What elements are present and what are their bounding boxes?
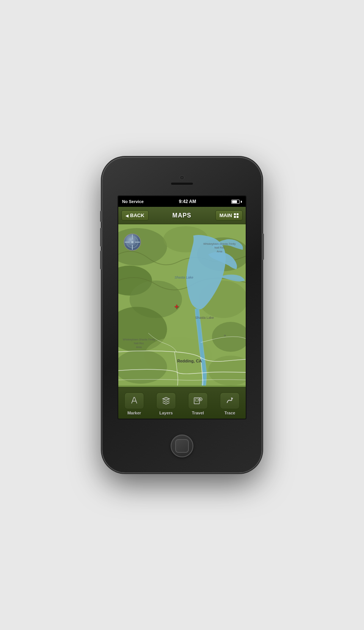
battery-body	[231, 200, 240, 204]
navigation-bar: BACK MAPS MAIN	[118, 207, 246, 224]
travel-icon	[193, 396, 203, 406]
phone-bottom-area	[171, 419, 193, 472]
grid-cell-2	[237, 213, 238, 215]
crosshair-icon[interactable]	[123, 233, 142, 253]
marker-label: Marker	[127, 411, 141, 415]
travel-icon-bg	[188, 392, 208, 409]
phone-device: No Service 9:42 AM BACK MAPS MAIN	[102, 158, 262, 472]
battery-indicator	[231, 200, 242, 204]
screen: No Service 9:42 AM BACK MAPS MAIN	[118, 195, 246, 419]
svg-text:Whiskeytown-Shasta-Trinity: Whiskeytown-Shasta-Trinity	[123, 338, 155, 341]
svg-text:Shasta Lake: Shasta Lake	[195, 316, 214, 320]
trace-button[interactable]: Trace	[214, 392, 246, 415]
svg-text:Natl Rec: Natl Rec	[134, 342, 144, 345]
main-button[interactable]: MAIN	[215, 210, 243, 220]
service-status: No Service	[122, 199, 144, 204]
travel-button[interactable]: Travel	[182, 392, 214, 415]
grid-cell-1	[234, 213, 236, 215]
marker-icon	[129, 396, 139, 406]
layers-icon-bg	[156, 392, 176, 409]
battery-fill	[232, 200, 237, 203]
svg-text:Natl Rec: Natl Rec	[215, 246, 225, 249]
grid-cell-3	[234, 216, 236, 218]
time-display: 9:42 AM	[179, 199, 196, 204]
status-bar: No Service 9:42 AM	[118, 196, 246, 207]
trace-icon	[225, 396, 235, 406]
trace-icon-bg	[220, 392, 240, 409]
main-label: MAIN	[220, 213, 232, 218]
svg-text:Area: Area	[217, 250, 223, 253]
page-title: MAPS	[173, 212, 191, 219]
svg-point-32	[200, 399, 201, 400]
marker-button[interactable]: Marker	[118, 392, 150, 415]
svg-text:Shasta Lake: Shasta Lake	[174, 276, 193, 279]
trace-label: Trace	[224, 411, 235, 415]
svg-rect-30	[195, 399, 198, 401]
phone-top-area	[102, 158, 262, 195]
grid-cell-4	[237, 216, 238, 218]
svg-text:Area: Area	[136, 346, 142, 348]
grid-icon	[234, 213, 238, 218]
layers-button[interactable]: Layers	[150, 392, 182, 415]
bottom-toolbar: Marker Layers	[118, 387, 246, 419]
layers-icon	[161, 396, 171, 406]
back-label: BACK	[130, 213, 144, 218]
volume-up-button[interactable]	[100, 228, 102, 247]
home-button-inner	[175, 439, 189, 453]
svg-text:✈: ✈	[224, 334, 226, 337]
map-area[interactable]: ✈ Shasta Lake Whiskeytown-Shasta-Trinity…	[118, 224, 246, 387]
back-button[interactable]: BACK	[121, 210, 149, 220]
home-button[interactable]	[171, 435, 193, 457]
speaker	[171, 182, 193, 185]
svg-point-28	[131, 241, 133, 243]
layers-label: Layers	[159, 411, 173, 415]
location-marker: +	[174, 302, 179, 311]
back-chevron-icon	[126, 213, 129, 218]
svg-text:Whiskeytown-Shasta-Trinity: Whiskeytown-Shasta-Trinity	[203, 243, 236, 246]
power-button[interactable]	[262, 233, 264, 260]
svg-rect-29	[194, 398, 199, 404]
battery-tip	[241, 201, 242, 203]
marker-icon-bg	[124, 392, 144, 409]
camera	[180, 175, 184, 180]
mute-button[interactable]	[100, 211, 102, 222]
travel-label: Travel	[192, 411, 204, 415]
volume-down-button[interactable]	[100, 250, 102, 269]
svg-text:Redding, CA: Redding, CA	[177, 359, 202, 363]
